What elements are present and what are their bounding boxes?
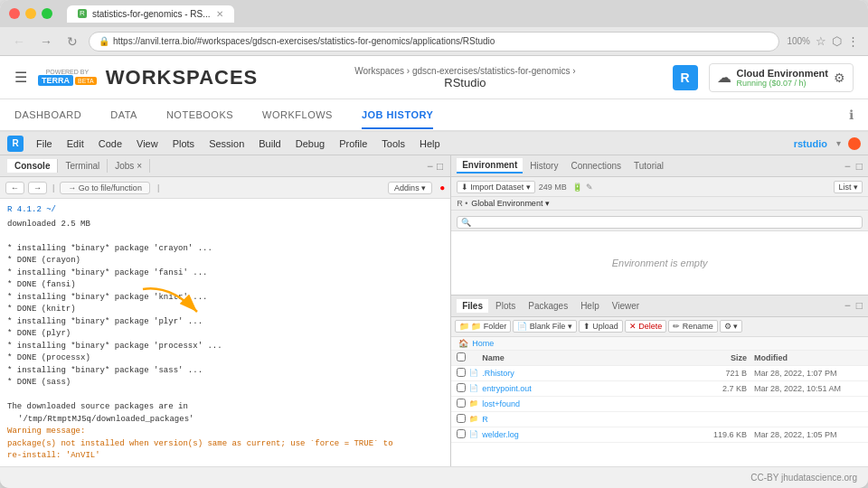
goto-file-btn[interactable]: → Go to file/function — [60, 182, 150, 194]
cloud-settings-icon[interactable]: ⚙ — [834, 70, 845, 85]
tab-files[interactable]: Files — [457, 299, 488, 313]
rstudio-body: Console Terminal Jobs × − □ ← → | → Go t… — [0, 155, 868, 466]
addins-btn[interactable]: Addins ▾ — [388, 182, 432, 194]
expand-env-icon[interactable]: □ — [856, 160, 863, 173]
user-avatar[interactable] — [848, 137, 861, 150]
rstudio-container: R File Edit Code View Plots Session Buil… — [0, 132, 868, 466]
file-name-rhistory[interactable]: .Rhistory — [482, 369, 700, 378]
blank-file-btn[interactable]: 📄 Blank File ▾ — [513, 320, 577, 333]
address-bar: ← → ↻ 🔒 https://anvil.terra.bio/#workspa… — [0, 27, 868, 56]
tab-terminal[interactable]: Terminal — [58, 159, 108, 173]
title-bar: R statistics-for-genomics - RS... ✕ — [0, 0, 868, 27]
menu-edit[interactable]: Edit — [61, 136, 90, 151]
file-row: 📁 lost+found — [451, 397, 868, 412]
console-panel-tabs: Console Terminal Jobs × − □ — [0, 155, 450, 177]
menu-help[interactable]: Help — [414, 136, 446, 151]
rename-btn[interactable]: ✏ Rename — [668, 320, 718, 333]
upload-btn[interactable]: ⬆ Upload — [579, 320, 623, 333]
menu-session[interactable]: Session — [203, 136, 250, 151]
tab-environment[interactable]: Environment — [457, 158, 523, 174]
environment-panel: Environment History Connections Tutorial… — [451, 155, 868, 296]
env-search-input[interactable] — [457, 216, 863, 229]
forward-button[interactable]: → — [36, 33, 56, 51]
tab-close-icon[interactable]: ✕ — [216, 9, 223, 19]
highlighted-command: > AnVIL::install(cc("Glimma", "airway")) — [7, 466, 213, 467]
clear-console-icon[interactable]: ● — [439, 183, 445, 192]
tab-notebooks[interactable]: NOTEBOOKS — [166, 102, 233, 129]
menu-tools[interactable]: Tools — [376, 136, 410, 151]
file-name-r[interactable]: R — [482, 415, 700, 424]
r-app-icon: R — [673, 65, 698, 90]
back-nav-btn[interactable]: ← — [5, 182, 24, 194]
tab-workflows[interactable]: WORKFLOWS — [262, 102, 333, 129]
menu-icon[interactable]: ⋮ — [847, 34, 859, 48]
file-size-welder: 119.6 KB — [700, 430, 754, 439]
back-button[interactable]: ← — [9, 33, 29, 51]
new-folder-btn[interactable]: 📁 📁 Folder — [455, 320, 511, 333]
tab-bar: R statistics-for-genomics - RS... ✕ — [67, 5, 859, 23]
check-all[interactable] — [457, 352, 469, 363]
expand-files-icon[interactable]: □ — [856, 299, 863, 312]
tab-dashboard[interactable]: DASHBOARD — [14, 102, 81, 129]
collapse-env-icon[interactable]: − — [844, 160, 851, 173]
tab-packages[interactable]: Packages — [523, 299, 573, 313]
maximize-button[interactable] — [42, 8, 52, 19]
home-path[interactable]: Home — [472, 339, 494, 348]
menu-plots[interactable]: Plots — [167, 136, 200, 151]
file-icon: 📄 — [469, 430, 482, 438]
tab-plots[interactable]: Plots — [490, 299, 521, 313]
app-name: RStudio — [444, 76, 486, 89]
line-source1: The downloaded source packages are in — [7, 401, 443, 414]
separator: | — [52, 183, 54, 192]
delete-btn[interactable]: ✕ Delete — [625, 320, 667, 333]
collapse-console-icon[interactable]: − — [427, 160, 433, 173]
reload-button[interactable]: ↻ — [63, 33, 81, 51]
tab-console[interactable]: Console — [7, 159, 58, 173]
extensions-icon[interactable]: ⬡ — [832, 34, 842, 48]
terra-badge: TERRA — [38, 75, 73, 86]
hamburger-menu[interactable]: ☰ — [14, 69, 27, 86]
menu-file[interactable]: File — [31, 136, 58, 151]
list-label: List ▾ — [838, 183, 858, 192]
line-sass1: * installing *binary* package 'sass' ... — [7, 365, 443, 378]
browser-tab[interactable]: R statistics-for-genomics - RS... ✕ — [67, 5, 234, 23]
file-name-welder[interactable]: welder.log — [482, 430, 700, 439]
file-name-lostfound[interactable]: lost+found — [482, 399, 700, 408]
collapse-files-icon[interactable]: − — [844, 299, 851, 312]
bookmark-icon[interactable]: ☆ — [816, 34, 826, 48]
global-env-label[interactable]: Global Environment ▾ — [471, 199, 550, 208]
minimize-button[interactable] — [25, 8, 36, 19]
pencil-icon[interactable]: ✎ — [586, 183, 593, 192]
url-bar[interactable]: 🔒 https://anvil.terra.bio/#workspaces/gd… — [89, 32, 779, 52]
console-toolbar: ← → | → Go to file/function | Addins ▾ ● — [0, 177, 450, 199]
tab-connections[interactable]: Connections — [565, 159, 627, 173]
close-button[interactable] — [9, 8, 20, 19]
more-btn[interactable]: ⚙ ▾ — [720, 320, 743, 333]
env-search-bar — [451, 211, 868, 231]
menu-view[interactable]: View — [131, 136, 164, 151]
menu-build[interactable]: Build — [253, 136, 286, 151]
empty-env-text: Environment is empty — [612, 258, 708, 268]
line-plyr1: * installing *binary* package 'plyr' ... — [7, 316, 443, 329]
cloud-environment[interactable]: ☁ Cloud Environment Running ($0.07 / h) … — [709, 63, 854, 92]
tab-history[interactable]: History — [524, 159, 563, 173]
tab-job-history[interactable]: JOB HISTORY — [362, 102, 433, 129]
info-icon[interactable]: ℹ — [849, 108, 854, 122]
tab-jobs[interactable]: Jobs × — [108, 159, 150, 173]
url-text: https://anvil.terra.bio/#workspaces/gdsc… — [113, 36, 495, 46]
expand-console-icon[interactable]: □ — [437, 160, 443, 173]
file-name-entrypoint[interactable]: entrypoint.out — [482, 384, 700, 393]
line-knitr1: * installing *binary* package 'knitr' ..… — [7, 292, 443, 305]
file-icon: 📄 — [469, 384, 482, 392]
menu-code[interactable]: Code — [93, 136, 127, 151]
tab-tutorial[interactable]: Tutorial — [628, 159, 669, 173]
menu-debug[interactable]: Debug — [290, 136, 330, 151]
tab-viewer[interactable]: Viewer — [607, 299, 645, 313]
tab-data[interactable]: DATA — [110, 102, 137, 129]
list-view-btn[interactable]: List ▾ — [834, 181, 863, 193]
fwd-nav-btn[interactable]: → — [28, 182, 47, 194]
env-panel-tabs: Environment History Connections Tutorial… — [451, 155, 868, 177]
tab-help[interactable]: Help — [575, 299, 605, 313]
menu-profile[interactable]: Profile — [334, 136, 373, 151]
import-dataset-btn[interactable]: ⬇ Import Dataset ▾ — [457, 181, 535, 193]
